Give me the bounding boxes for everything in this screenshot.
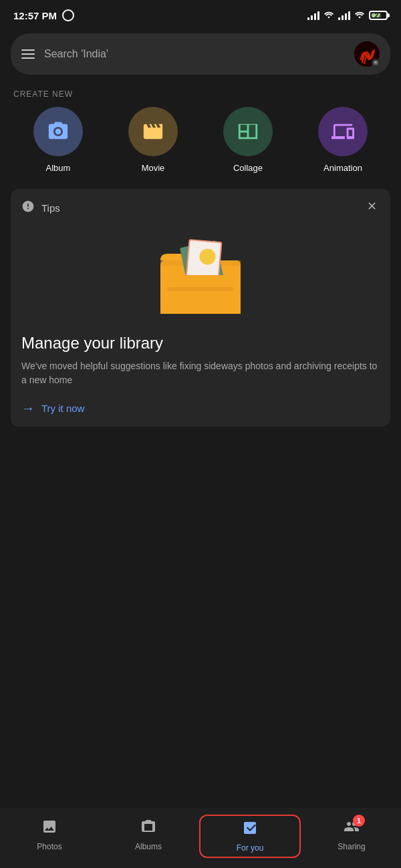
collage-icon-circle — [223, 107, 273, 156]
animation-label: Animation — [323, 163, 362, 173]
collage-label: Collage — [233, 163, 263, 173]
menu-icon[interactable] — [21, 49, 35, 59]
battery-icon: 27 — [369, 11, 388, 20]
tips-close-button[interactable]: ✕ — [364, 198, 380, 214]
wifi2-icon — [354, 10, 365, 21]
try-it-label: Try it now — [41, 403, 84, 414]
for-you-label: For you — [237, 843, 264, 853]
signal-bars-icon — [307, 11, 319, 20]
create-new-label: CREATE NEW — [0, 79, 401, 107]
status-time-container: 12:57 PM — [13, 9, 74, 21]
photos-label: Photos — [37, 842, 61, 851]
sharing-icon-container: 1 — [344, 819, 360, 839]
sharing-badge: 1 — [353, 815, 365, 827]
nav-albums[interactable]: Albums — [99, 815, 198, 855]
search-bar[interactable]: Search 'India' — [11, 33, 390, 75]
albums-icon — [140, 819, 156, 839]
status-circle-icon — [62, 9, 74, 21]
arrow-right-icon: → — [21, 401, 35, 416]
tips-label: Tips — [41, 202, 60, 214]
folder-illustration — [21, 227, 380, 320]
create-movie-item[interactable]: Movie — [128, 107, 178, 173]
wifi-icon — [323, 10, 334, 21]
movie-label: Movie — [142, 163, 165, 173]
for-you-icon — [242, 823, 258, 839]
nav-photos[interactable]: Photos — [0, 815, 99, 855]
bottom-nav: Photos Albums For you — [0, 808, 401, 868]
create-animation-item[interactable]: Animation — [318, 107, 368, 173]
for-you-icon-container — [242, 820, 258, 840]
album-label: Album — [46, 163, 71, 173]
nav-sharing[interactable]: 1 Sharing — [302, 815, 401, 855]
create-album-item[interactable]: Album — [33, 107, 83, 173]
search-placeholder[interactable]: Search 'India' — [44, 48, 345, 60]
try-it-now-button[interactable]: → Try it now — [21, 401, 380, 416]
animation-icon-circle — [318, 107, 368, 156]
create-collage-item[interactable]: Collage — [223, 107, 273, 173]
avatar-container[interactable] — [354, 41, 380, 67]
empty-area — [0, 429, 401, 663]
tips-card: Tips ✕ Manage your library W — [11, 189, 390, 427]
tips-title: Manage your library — [21, 334, 380, 353]
status-icons: 27 — [307, 10, 388, 21]
movie-icon-circle — [128, 107, 178, 156]
album-icon-circle — [33, 107, 83, 156]
albums-label: Albums — [135, 842, 162, 851]
tips-header: Tips ✕ — [21, 200, 380, 216]
signal-bars2-icon — [338, 11, 350, 20]
photos-icon — [41, 819, 57, 839]
svg-rect-9 — [167, 287, 234, 291]
svg-rect-8 — [160, 307, 241, 314]
status-time: 12:57 PM — [13, 10, 57, 21]
tips-description: We've moved helpful suggestions like fix… — [21, 359, 380, 387]
nav-for-you[interactable]: For you — [199, 815, 301, 858]
avatar-offline-indicator — [372, 59, 380, 67]
create-new-items: Album Movie Collage Animation — [0, 107, 401, 186]
status-bar: 12:57 PM 27 — [0, 0, 401, 29]
bulb-icon — [21, 200, 35, 216]
sharing-label: Sharing — [338, 842, 365, 851]
